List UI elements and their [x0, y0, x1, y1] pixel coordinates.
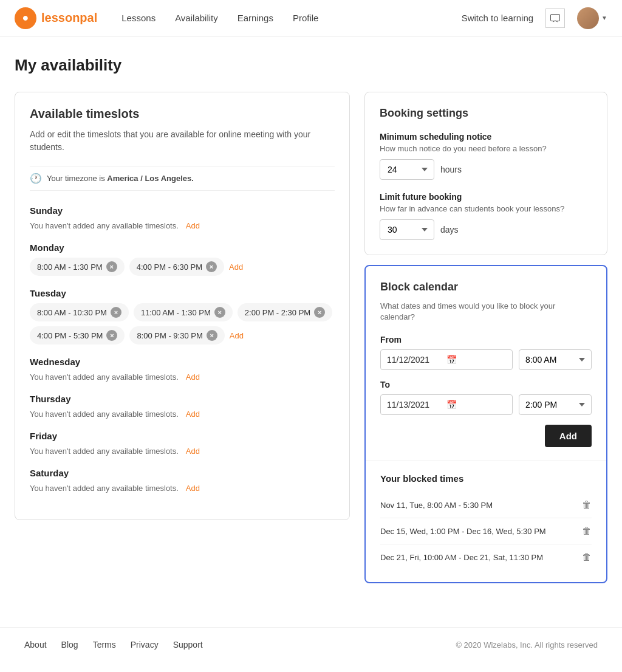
to-date-input[interactable]: 11/13/2021 📅: [380, 394, 513, 415]
tuesday-slots-row-2: 4:00 PM - 5:30 PM × 8:00 PM - 9:30 PM × …: [30, 326, 335, 345]
clock-icon: 🕐: [30, 173, 42, 184]
day-section-tuesday: Tuesday 8:00 AM - 10:30 PM × 11:00 AM - …: [30, 288, 335, 345]
remove-tuesday-slot-5[interactable]: ×: [207, 330, 217, 341]
booking-settings-title: Booking settings: [380, 107, 592, 120]
to-label: To: [380, 380, 592, 389]
to-time-select[interactable]: 8:00 AM9:00 AM10:00 AM11:00 AM 12:00 PM1…: [519, 394, 592, 415]
switch-to-learning-button[interactable]: Switch to learning: [462, 13, 533, 23]
add-tuesday-link[interactable]: Add: [230, 331, 244, 340]
no-slots-text: You haven't added any available timeslot…: [30, 447, 179, 456]
limit-future-row: Limit future booking How far in advance …: [380, 192, 592, 240]
to-date-value: 11/13/2021: [387, 400, 446, 410]
nav-profile[interactable]: Profile: [293, 13, 319, 23]
user-avatar-menu[interactable]: ▼: [577, 7, 607, 29]
tuesday-slot-5: 8:00 PM - 9:30 PM ×: [129, 326, 224, 345]
no-slots-text: You haven't added any available timeslot…: [30, 372, 179, 382]
page-title: My availability: [15, 56, 607, 75]
day-label: Monday: [30, 242, 335, 253]
remove-monday-slot-1[interactable]: ×: [106, 261, 117, 272]
from-time-select[interactable]: 8:00 AM9:00 AM10:00 AM11:00 AM 12:00 PM1…: [519, 349, 592, 370]
day-section-friday: Friday You haven't added any available t…: [30, 431, 335, 456]
navbar: ● lessonpal Lessons Availability Earning…: [0, 0, 622, 36]
monday-slot-1: 8:00 AM - 1:30 PM ×: [30, 258, 125, 276]
logo[interactable]: ● lessonpal: [15, 7, 97, 29]
delete-blocked-3-icon[interactable]: 🗑: [582, 552, 592, 563]
min-notice-select[interactable]: 12468122448: [380, 159, 434, 180]
tuesday-slots-row: 8:00 AM - 10:30 PM × 11:00 AM - 1:30 PM …: [30, 303, 335, 321]
add-saturday-link[interactable]: Add: [186, 484, 200, 493]
footer-links: About Blog Terms Privacy Support: [24, 640, 203, 650]
booking-settings-panel: Booking settings Minimum scheduling noti…: [364, 92, 607, 255]
timezone-row: 🕐 Your timezone is America / Los Angeles…: [30, 166, 335, 191]
delete-blocked-2-icon[interactable]: 🗑: [582, 526, 592, 537]
blocked-item-1-text: Nov 11, Tue, 8:00 AM - 5:30 PM: [380, 501, 493, 510]
blocked-times-title: Your blocked times: [380, 473, 592, 484]
footer-blog[interactable]: Blog: [61, 640, 78, 650]
timezone-value: America / Los Angeles.: [107, 174, 194, 183]
messages-icon[interactable]: [545, 9, 565, 28]
available-timeslots-panel: Available timeslots Add or edit the time…: [15, 92, 350, 520]
nav-availability[interactable]: Availability: [175, 13, 218, 23]
to-calendar-icon[interactable]: 📅: [446, 400, 506, 410]
right-panel: Booking settings Minimum scheduling noti…: [364, 92, 607, 583]
day-section-monday: Monday 8:00 AM - 1:30 PM × 4:00 PM - 6:3…: [30, 242, 335, 276]
add-block-button[interactable]: Add: [545, 425, 592, 447]
day-section-thursday: Thursday You haven't added any available…: [30, 394, 335, 419]
tuesday-slot-1: 8:00 AM - 10:30 PM ×: [30, 303, 129, 321]
add-friday-link[interactable]: Add: [186, 447, 200, 456]
footer-copyright: © 2020 Wizelabs, Inc. All rights reserve…: [456, 640, 598, 650]
blocked-item-3-text: Dec 21, Fri, 10:00 AM - Dec 21, Sat, 11:…: [380, 553, 543, 562]
block-calendar-title: Block calendar: [380, 281, 592, 293]
no-slots-text: You haven't added any available timeslot…: [30, 221, 179, 230]
nav-lessons[interactable]: Lessons: [121, 13, 156, 23]
block-calendar-inner: Block calendar What dates and times woul…: [366, 266, 606, 462]
block-calendar-section: Block calendar What dates and times woul…: [364, 265, 607, 583]
footer-support[interactable]: Support: [173, 640, 203, 650]
to-date-time-row: 11/13/2021 📅 8:00 AM9:00 AM10:00 AM11:00…: [380, 394, 592, 415]
footer: About Blog Terms Privacy Support © 2020 …: [0, 627, 622, 662]
footer-about[interactable]: About: [24, 640, 47, 650]
tuesday-slot-4: 4:00 PM - 5:30 PM ×: [30, 326, 125, 345]
from-label: From: [380, 335, 592, 345]
chevron-down-icon: ▼: [601, 15, 607, 21]
blocked-item-3: Dec 21, Fri, 10:00 AM - Dec 21, Sat, 11:…: [380, 544, 592, 570]
blocked-times-panel: Your blocked times Nov 11, Tue, 8:00 AM …: [366, 461, 606, 582]
add-sunday-link[interactable]: Add: [186, 221, 200, 230]
tuesday-slot-2: 11:00 AM - 1:30 PM ×: [134, 303, 233, 321]
footer-terms[interactable]: Terms: [93, 640, 116, 650]
blocked-item-1: Nov 11, Tue, 8:00 AM - 5:30 PM 🗑: [380, 492, 592, 518]
add-block-btn-row: Add: [380, 425, 592, 447]
from-date-input[interactable]: 11/12/2021 📅: [380, 349, 513, 370]
from-calendar-icon[interactable]: 📅: [446, 355, 506, 365]
remove-tuesday-slot-2[interactable]: ×: [214, 307, 225, 318]
timeslots-panel-desc: Add or edit the timeslots that you are a…: [30, 128, 335, 154]
limit-future-select[interactable]: 714306090: [380, 219, 434, 240]
day-section-sunday: Sunday You haven't added any available t…: [30, 205, 335, 230]
no-slots-text: You haven't added any available timeslot…: [30, 410, 179, 419]
delete-blocked-1-icon[interactable]: 🗑: [582, 499, 592, 510]
nav-earnings[interactable]: Earnings: [238, 13, 273, 23]
timeslots-panel-title: Available timeslots: [30, 107, 335, 121]
add-thursday-link[interactable]: Add: [186, 410, 200, 419]
block-calendar-desc: What dates and times would you like to b…: [380, 301, 592, 323]
remove-tuesday-slot-3[interactable]: ×: [314, 307, 325, 318]
page-content: My availability Available timeslots Add …: [0, 36, 622, 603]
from-date-value: 11/12/2021: [387, 355, 446, 365]
add-monday-link[interactable]: Add: [229, 262, 243, 272]
avatar: [577, 7, 599, 29]
min-notice-unit: hours: [440, 165, 462, 174]
add-wednesday-link[interactable]: Add: [186, 372, 200, 382]
remove-tuesday-slot-4[interactable]: ×: [106, 330, 117, 341]
footer-privacy[interactable]: Privacy: [131, 640, 159, 650]
day-label: Sunday: [30, 205, 335, 216]
day-section-wednesday: Wednesday You haven't added any availabl…: [30, 357, 335, 382]
monday-slot-2: 4:00 PM - 6:30 PM ×: [129, 258, 224, 276]
remove-monday-slot-2[interactable]: ×: [206, 261, 217, 272]
min-notice-select-row: 12468122448 hours: [380, 159, 592, 180]
no-slots-text: You haven't added any available timeslot…: [30, 484, 179, 493]
min-notice-row: Minimum scheduling notice How much notic…: [380, 132, 592, 180]
min-notice-label: Minimum scheduling notice: [380, 132, 592, 142]
remove-tuesday-slot-1[interactable]: ×: [111, 307, 121, 318]
day-section-saturday: Saturday You haven't added any available…: [30, 468, 335, 493]
from-date-time-row: 11/12/2021 📅 8:00 AM9:00 AM10:00 AM11:00…: [380, 349, 592, 370]
